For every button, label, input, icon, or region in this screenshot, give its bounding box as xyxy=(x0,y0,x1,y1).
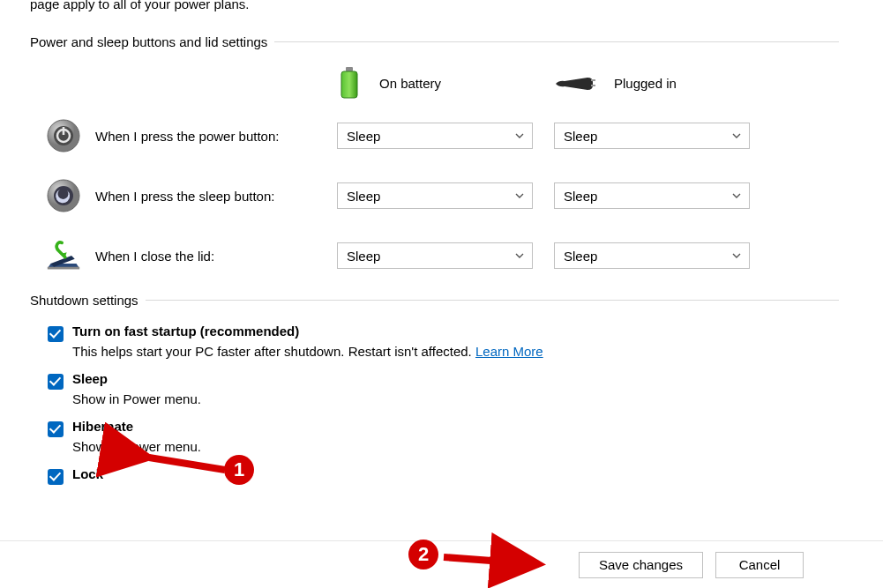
annotation-arrow-2 xyxy=(437,545,551,580)
lid-plugged-select[interactable]: Sleep xyxy=(554,242,750,269)
svg-rect-3 xyxy=(591,85,595,86)
column-on-battery-label: On battery xyxy=(379,76,441,91)
column-plugged-in: Plugged in xyxy=(554,70,771,96)
sleep-title: Sleep xyxy=(72,371,201,386)
cancel-button[interactable]: Cancel xyxy=(715,552,804,578)
lid-battery-select[interactable]: Sleep xyxy=(337,242,533,269)
annotation-arrow-1 xyxy=(137,445,234,480)
svg-rect-1 xyxy=(341,71,357,98)
column-on-battery: On battery xyxy=(337,65,554,100)
power-button-plugged-select[interactable]: Sleep xyxy=(554,123,750,149)
column-plugged-in-label: Plugged in xyxy=(614,76,677,91)
power-button-battery-select[interactable]: Sleep xyxy=(337,123,533,149)
save-changes-button[interactable]: Save changes xyxy=(579,552,703,578)
chevron-down-icon xyxy=(514,249,525,264)
svg-rect-10 xyxy=(48,267,79,270)
annotation-badge-1: 1 xyxy=(224,455,254,485)
power-button-icon xyxy=(46,118,81,153)
svg-line-11 xyxy=(149,458,225,470)
divider xyxy=(274,41,839,42)
sleep-button-plugged-select[interactable]: Sleep xyxy=(554,182,750,209)
sleep-button-label: When I press the sleep button: xyxy=(95,189,274,204)
lock-checkbox[interactable] xyxy=(48,469,64,485)
lid-label: When I close the lid: xyxy=(95,249,214,264)
fast-startup-desc: This helps start your PC faster after sh… xyxy=(72,344,543,359)
lock-title: Lock xyxy=(72,466,103,481)
sleep-checkbox[interactable] xyxy=(48,374,64,390)
chevron-down-icon xyxy=(731,129,742,144)
annotation-badge-2: 2 xyxy=(408,540,438,569)
fast-startup-checkbox[interactable] xyxy=(48,326,64,342)
intro-text: page apply to all of your power plans. xyxy=(30,0,839,11)
hibernate-checkbox[interactable] xyxy=(48,421,64,437)
divider xyxy=(146,300,839,301)
battery-icon xyxy=(337,65,362,100)
chevron-down-icon xyxy=(731,189,742,204)
hibernate-title: Hibernate xyxy=(72,419,201,434)
learn-more-link[interactable]: Learn More xyxy=(475,344,543,359)
svg-rect-7 xyxy=(63,127,65,135)
plug-icon xyxy=(554,70,596,96)
section-shutdown-settings: Shutdown settings xyxy=(30,293,146,308)
sleep-button-battery-select[interactable]: Sleep xyxy=(337,182,533,209)
chevron-down-icon xyxy=(514,189,525,204)
sleep-button-icon xyxy=(46,178,81,213)
power-button-label: When I press the power button: xyxy=(95,129,279,144)
section-power-sleep-lid: Power and sleep buttons and lid settings xyxy=(30,34,274,49)
chevron-down-icon xyxy=(731,249,742,264)
fast-startup-title: Turn on fast startup (recommended) xyxy=(72,324,543,339)
svg-rect-0 xyxy=(346,67,353,71)
chevron-down-icon xyxy=(514,129,525,144)
svg-rect-2 xyxy=(591,79,595,81)
svg-line-12 xyxy=(444,557,539,564)
lid-icon xyxy=(46,238,81,273)
sleep-desc: Show in Power menu. xyxy=(72,391,201,406)
